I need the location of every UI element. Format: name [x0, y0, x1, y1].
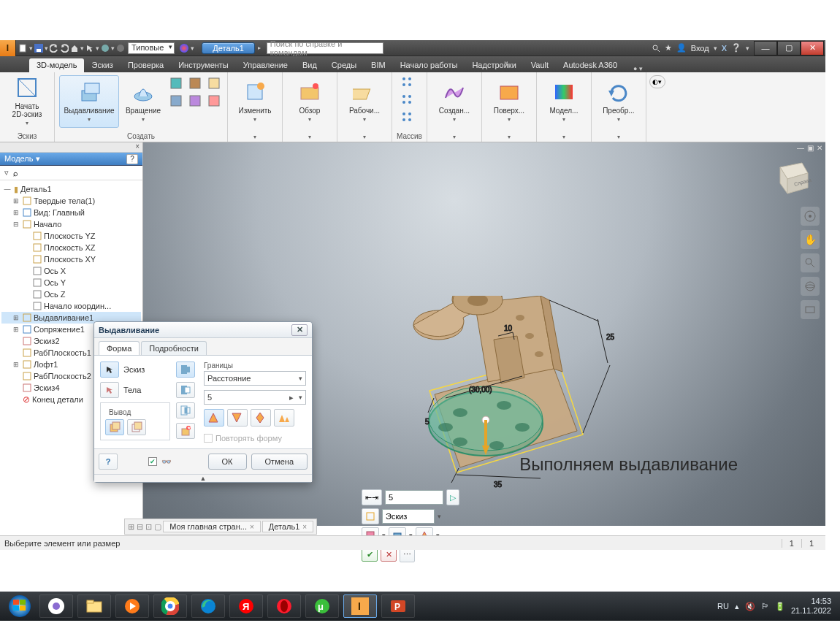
find-icon[interactable]: ⌕ — [13, 169, 18, 177]
orbit-icon[interactable] — [801, 277, 820, 296]
user-icon[interactable]: 👤 — [676, 43, 687, 53]
ribbon-small-1-1[interactable] — [186, 75, 204, 91]
tray-clock[interactable]: 14:53 21.11.2022 — [791, 597, 836, 615]
viewport-minimize-icon[interactable]: — — [797, 144, 804, 152]
ribbon-btn-explore[interactable]: Обзор — [287, 75, 332, 128]
ribbon-btn-sketch[interactable]: Начать2D-эскиз — [4, 75, 50, 128]
filter-icon[interactable]: ▿ — [4, 168, 9, 177]
ribbon-btn-extrude[interactable]: Выдавливание — [59, 75, 119, 128]
pattern-icon-2[interactable] — [400, 110, 418, 126]
ribbon-tab-2[interactable]: Проверка — [121, 58, 171, 72]
tree-item[interactable]: Ось Z — [1, 288, 141, 300]
tree-item[interactable]: ⊟ Начало — [1, 218, 141, 230]
ribbon-btn-revolve[interactable]: Вращение — [121, 75, 166, 128]
viewport-close-icon[interactable]: ✕ — [817, 144, 822, 152]
ribbon-small-1-2[interactable] — [205, 75, 223, 91]
ribbon-btn-workplane[interactable]: Рабочи... — [342, 75, 387, 128]
lookat-icon[interactable] — [801, 300, 820, 319]
tree-item[interactable]: Начало координ... — [1, 300, 141, 312]
redo-icon[interactable] — [60, 44, 69, 53]
tree-item[interactable]: Плоскость XZ — [1, 242, 141, 253]
doc-tab-home[interactable]: Моя главная стран...× — [163, 521, 261, 532]
ribbon-btn-convert[interactable]: Преобр... — [596, 75, 641, 128]
maximize-button[interactable]: ▢ — [777, 41, 801, 56]
dir-symmetric-button[interactable] — [251, 409, 271, 427]
browser-help-icon[interactable]: ? — [126, 154, 138, 164]
doc-nav-icons[interactable]: ⊞ ⊟ ⊡ ▢ — [128, 522, 161, 532]
ok-button[interactable]: ОК — [208, 454, 247, 470]
distance-arrows-icon[interactable]: ⇤⇥ — [362, 489, 382, 505]
home-icon[interactable] — [70, 44, 79, 53]
appearance-combo[interactable]: Типовые — [128, 42, 175, 54]
ribbon-btn-surface[interactable]: Поверх... — [486, 75, 532, 128]
browser-title[interactable]: Модель ▾ — [4, 154, 40, 164]
taskbar-utorrent-icon[interactable]: μ — [305, 594, 339, 618]
ribbon-small-1-4[interactable] — [186, 93, 204, 109]
tray-network-icon[interactable]: 🔇 — [745, 602, 755, 611]
ribbon-tab-3[interactable]: Инструменты — [171, 58, 236, 72]
ribbon-tab-11[interactable]: Autodesk A360 — [556, 58, 625, 72]
dialog-close-icon[interactable]: ✕ — [291, 324, 308, 336]
taskbar-inventor-icon[interactable]: I — [343, 594, 377, 618]
tree-item[interactable]: ⊞ Вид: Главный — [1, 207, 141, 218]
ribbon-tab-8[interactable]: Начало работы — [393, 58, 465, 72]
panel-close-icon[interactable]: × — [0, 142, 142, 153]
appearance-preview-icon[interactable] — [179, 43, 189, 53]
dialog-help-icon[interactable]: ? — [99, 454, 118, 470]
taskbar-powerpoint-icon[interactable]: P — [381, 594, 415, 618]
tree-item[interactable]: Ось Y — [1, 277, 141, 288]
ribbon-tab-0[interactable]: 3D-модель — [29, 58, 84, 72]
profile-select[interactable]: Эскиз — [382, 509, 435, 524]
distance-input[interactable]: 5▸ — [204, 390, 306, 405]
taskbar-yandex-red-icon[interactable]: Я — [229, 594, 263, 618]
ribbon-tab-5[interactable]: Вид — [295, 58, 324, 72]
tray-lang[interactable]: RU — [717, 602, 729, 611]
ribbon-btn-modify[interactable]: Изменить — [232, 75, 278, 128]
ribbon-tab-10[interactable]: Vault — [524, 58, 556, 72]
help-search[interactable]: Поиск по справке и командам — [267, 42, 383, 54]
material-icon[interactable] — [101, 44, 110, 53]
ribbon-tab-9[interactable]: Надстройки — [465, 58, 523, 72]
signin-label[interactable]: Вход — [691, 44, 709, 53]
color-icon[interactable] — [116, 44, 125, 53]
pattern-icon-0[interactable] — [400, 75, 418, 91]
profile-icon[interactable] — [362, 508, 379, 524]
ribbon-tab-7[interactable]: BIM — [364, 58, 393, 72]
ribbon-small-1-0[interactable] — [167, 75, 185, 91]
tree-root[interactable]: —▮ Деталь1 — [1, 183, 141, 195]
tray-up-icon[interactable]: ▴ — [735, 602, 739, 611]
taskbar-yandex-icon[interactable] — [39, 594, 73, 618]
search-icon[interactable] — [652, 44, 660, 53]
tray-battery-icon[interactable]: 🔋 — [775, 602, 785, 611]
dialog-tab-more[interactable]: Подробности — [141, 341, 207, 355]
dir-flip-button[interactable] — [227, 409, 248, 427]
undo-icon[interactable] — [50, 44, 58, 53]
tree-item[interactable]: Ось X — [1, 265, 141, 277]
extents-mode-select[interactable]: Расстояние — [204, 371, 306, 386]
doc-tab-part[interactable]: Деталь1× — [262, 521, 313, 532]
start-button[interactable] — [4, 594, 35, 618]
save-icon[interactable] — [34, 44, 43, 53]
exchange-icon[interactable]: X — [722, 44, 727, 53]
ribbon-tab-1[interactable]: Эскиз — [84, 58, 120, 72]
tree-item[interactable]: Плоскость YZ — [1, 230, 141, 242]
op-cut-button[interactable] — [176, 382, 195, 398]
tree-item[interactable]: Плоскость XY — [1, 253, 141, 265]
distance-field[interactable]: 5 — [385, 490, 443, 505]
op-newsolid-button[interactable]: ★ — [176, 423, 195, 439]
distance-go-icon[interactable]: ▷ — [446, 489, 459, 505]
close-button[interactable]: ✕ — [801, 41, 824, 56]
view-cube[interactable]: Справа — [771, 157, 812, 198]
taskbar-edge-icon[interactable] — [191, 594, 225, 618]
solids-select-button[interactable] — [100, 382, 119, 398]
ribbon-tab-6[interactable]: Среды — [324, 58, 364, 72]
dialog-expand-icon[interactable]: ▲ — [94, 474, 312, 482]
taskbar-opera-icon[interactable] — [267, 594, 301, 618]
ribbon-small-1-5[interactable] — [205, 93, 223, 109]
ribbon-tab-4[interactable]: Управление — [236, 58, 295, 72]
output-surface-button[interactable] — [127, 419, 146, 435]
ribbon-btn-freeform[interactable]: Создан... — [432, 75, 477, 128]
dir-default-button[interactable] — [204, 409, 224, 427]
cancel-button[interactable]: Отмена — [251, 454, 308, 470]
output-solid-button[interactable] — [105, 419, 124, 435]
